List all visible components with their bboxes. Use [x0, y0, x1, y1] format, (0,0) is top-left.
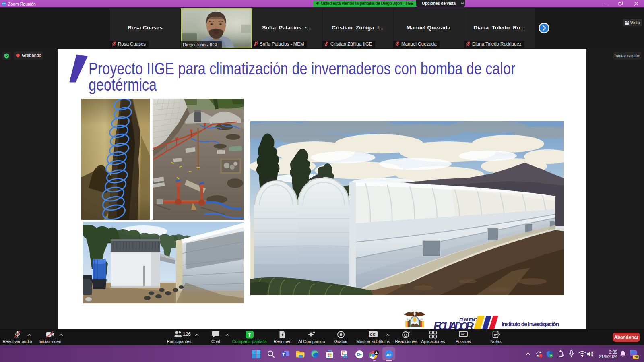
svg-text:ECUADOR: ECUADOR [433, 320, 474, 329]
svg-text:zm: zm [386, 352, 391, 356]
svg-text:Instituto de Investigación: Instituto de Investigación [502, 321, 559, 327]
svg-text:126: 126 [183, 331, 191, 337]
svg-text:PRE: PRE [634, 356, 639, 358]
svg-text:CC: CC [370, 332, 376, 337]
svg-text:T: T [283, 352, 285, 356]
